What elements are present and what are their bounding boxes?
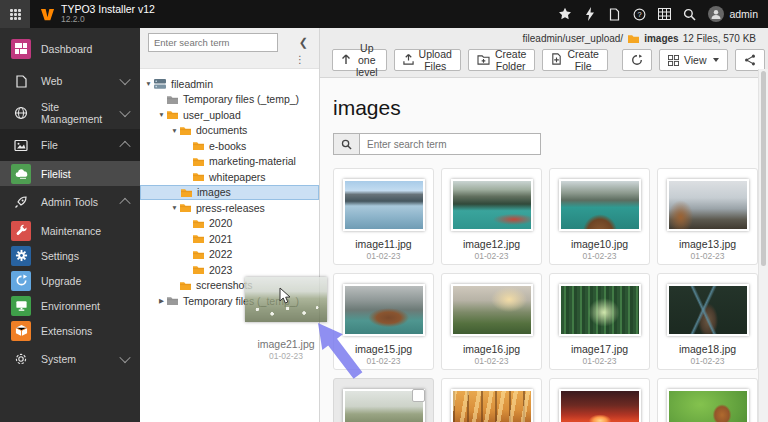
create-folder-button[interactable]: Create Folder (468, 49, 536, 71)
tree-menu-kebab-icon[interactable]: ⋮ (148, 52, 313, 67)
document-icon[interactable] (602, 0, 627, 28)
tree-node-fileadmin[interactable]: ▼ fileadmin (140, 76, 319, 92)
sidebar-item-admin-tools[interactable]: Admin Tools (0, 186, 140, 218)
svg-text:?: ? (638, 10, 642, 19)
collapse-panel-icon[interactable]: ❮ (294, 36, 313, 49)
tree-node-whitepapers[interactable]: whitepapers (140, 169, 319, 185)
tree-node-images[interactable]: images (140, 185, 319, 201)
file-plus-icon (551, 53, 562, 67)
file-name: image12.jpg (451, 238, 532, 250)
tree-node-screenshots[interactable]: screenshots (140, 278, 319, 294)
file-card-image10.jpg[interactable]: image10.jpg 01-02-23 (549, 168, 650, 265)
upload-icon (403, 54, 414, 67)
sidebar-item-system[interactable]: System (0, 343, 140, 375)
tree-chevron-icon[interactable]: ▼ (157, 111, 166, 118)
search-icon[interactable] (334, 134, 360, 154)
file-card-image12.jpg[interactable]: image12.jpg 01-02-23 (441, 168, 542, 265)
refresh-button[interactable] (622, 49, 652, 71)
module-menu-toggle-button[interactable] (0, 0, 30, 28)
sidebar-item-site-management[interactable]: Site Management (0, 97, 140, 129)
web-document-icon (11, 71, 31, 91)
folder-gray-icon (166, 94, 179, 105)
file-card[interactable] (441, 378, 542, 422)
sidebar-item-label: Maintenance (41, 225, 101, 237)
file-card-image16.jpg[interactable]: image16.jpg 01-02-23 (441, 273, 542, 370)
file-card-image11.jpg[interactable]: image11.jpg 01-02-23 (333, 168, 434, 265)
file-card-image17.jpg[interactable]: image17.jpg 01-02-23 (549, 273, 650, 370)
create-file-button[interactable]: Create File (542, 49, 608, 71)
module-sidebar: Dashboard Web Site Management File Filel… (0, 28, 140, 422)
sidebar-item-dashboard[interactable]: Dashboard (0, 33, 140, 65)
tree-node-label: press-releases (196, 202, 265, 214)
sidebar-item-settings[interactable]: Settings (0, 243, 140, 268)
sidebar-item-environment[interactable]: Environment (0, 293, 140, 318)
up-one-level-button[interactable]: Up one level (332, 49, 387, 71)
tree-node-2023[interactable]: 2023 (140, 262, 319, 278)
folder-icon (627, 33, 640, 44)
grid-dots-icon (10, 9, 21, 20)
tree-node-2020[interactable]: 2020 (140, 216, 319, 232)
star-icon[interactable] (552, 0, 577, 28)
tree-chevron-icon[interactable]: ▼ (170, 127, 179, 134)
file-search-input[interactable] (360, 134, 540, 154)
tree-node-documents[interactable]: ▼ documents (140, 123, 319, 139)
sidebar-item-filelist[interactable]: Filelist (0, 161, 140, 186)
tree-search-input[interactable] (148, 33, 278, 52)
view-mode-button[interactable]: View (659, 49, 729, 71)
breadcrumb-current-folder[interactable]: images (644, 33, 678, 44)
photo-turquoise-lake-boats (453, 181, 531, 229)
share-button[interactable] (735, 49, 765, 71)
file-card-image13.jpg[interactable]: image13.jpg 01-02-23 (657, 168, 758, 265)
help-icon[interactable]: ? (627, 0, 652, 28)
file-checkbox[interactable] (412, 389, 425, 402)
brand[interactable]: TYPO3 Installer v12 12.2.0 (30, 4, 165, 24)
file-date: 01-02-23 (559, 251, 640, 261)
file-card[interactable] (657, 378, 758, 422)
tree-chevron-icon[interactable]: ▼ (170, 204, 179, 211)
photo-bamboo-forest (561, 286, 639, 334)
file-card-image18.jpg[interactable]: image18.jpg 01-02-23 (657, 273, 758, 370)
folder-icon (166, 109, 179, 120)
sidebar-item-label: Admin Tools (41, 196, 98, 208)
file-thumbnail (451, 389, 533, 422)
wrench-icon (11, 221, 31, 241)
tree-node-marketing-material[interactable]: marketing-material (140, 154, 319, 170)
scrollbar-track[interactable] (758, 69, 768, 422)
tree-node-user-upload[interactable]: ▼ user_upload (140, 107, 319, 123)
tree-node-2022[interactable]: 2022 (140, 247, 319, 263)
tree-chevron-icon[interactable]: ▶ (157, 297, 166, 305)
tree-node-e-books[interactable]: e-books (140, 138, 319, 154)
folder-icon (192, 218, 205, 229)
file-name: image11.jpg (343, 238, 424, 250)
tree-node-label: 2021 (209, 233, 232, 245)
sidebar-item-file[interactable]: File (0, 129, 140, 161)
sidebar-item-web[interactable]: Web (0, 65, 140, 97)
button-label: Create Folder (495, 48, 527, 72)
file-card-image15.jpg[interactable]: image15.jpg 01-02-23 (333, 273, 434, 370)
search-icon[interactable] (677, 0, 702, 28)
breadcrumb-path[interactable]: fileadmin/user_upload/ (523, 33, 624, 44)
tree-node-temporary-files-temp-[interactable]: Temporary files (_temp_) (140, 92, 319, 108)
file-card[interactable] (549, 378, 650, 422)
upload-files-button[interactable]: Upload Files (394, 49, 461, 71)
tree-chevron-icon[interactable]: ▼ (144, 80, 153, 87)
chevron-down-icon (713, 58, 719, 62)
username-label: admin (729, 8, 758, 20)
bolt-icon[interactable] (577, 0, 602, 28)
sidebar-item-extensions[interactable]: Extensions (0, 318, 140, 343)
sidebar-item-upgrade[interactable]: Upgrade (0, 268, 140, 293)
tree-node-press-releases[interactable]: ▼ press-releases (140, 200, 319, 216)
scrollbar-thumb[interactable] (761, 71, 766, 266)
tree-node-temporary-files-temp-[interactable]: ▶ Temporary files (_temp_) (140, 293, 319, 309)
sidebar-item-label: Environment (41, 300, 100, 312)
photo-lake-boathouse (345, 286, 423, 334)
file-thumbnail (343, 179, 425, 231)
tree-node-2021[interactable]: 2021 (140, 231, 319, 247)
table-icon[interactable] (652, 0, 677, 28)
sidebar-item-label: Extensions (41, 325, 92, 337)
filelist-module: fileadmin/user_upload/ images 12 Files, … (320, 28, 768, 422)
file-card[interactable] (333, 378, 434, 422)
tree-node-label: 2022 (209, 248, 232, 260)
user-menu[interactable]: admin (702, 6, 768, 22)
sidebar-item-maintenance[interactable]: Maintenance (0, 218, 140, 243)
